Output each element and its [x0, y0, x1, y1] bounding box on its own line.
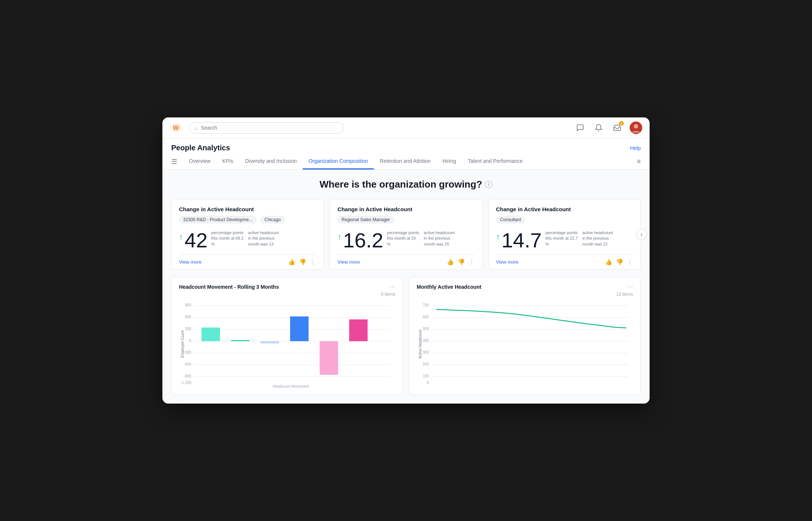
card-1-tag-1[interactable]: Chicago [261, 216, 285, 223]
nav-tabs: ☰ Overview KPIs Diversity and Inclusion … [162, 154, 650, 170]
card-3-footer-icons: 👍 👎 ⋮ [605, 258, 633, 265]
card-1-desc1: percentage points this month at 69.2 % [211, 230, 244, 247]
tab-diversity[interactable]: Diversity and Inclusion [239, 154, 303, 169]
card-1-arrow: ↑ [179, 233, 183, 241]
inbox-button[interactable]: 1 [611, 122, 623, 134]
svg-text:700: 700 [423, 303, 429, 307]
search-input[interactable] [201, 125, 338, 131]
card-3-desc1: percentage points this month at 22.7 % [546, 230, 579, 247]
card-2-view-more[interactable]: View more [337, 259, 360, 265]
search-icon: ⌕ [195, 125, 198, 131]
tab-hiring[interactable]: Hiring [437, 154, 462, 169]
card-3-tag-0[interactable]: Consultant [496, 216, 525, 223]
card-3-desc2: active headcount in the previous month w… [582, 230, 616, 247]
tab-retention[interactable]: Retention and Attrition [374, 154, 437, 169]
page-header: People Analytics Help [162, 138, 650, 152]
bar-4 [290, 316, 309, 341]
card-3-arrow: ↑ [496, 233, 500, 241]
inbox-badge: 1 [619, 121, 624, 126]
nav-list-icon[interactable]: ≡ [637, 158, 641, 165]
charts-row: Headcount Movement - Rolling 3 Months ⋯ … [171, 277, 641, 395]
card-3-title: Change in Active Headcount [496, 206, 633, 212]
tab-kpis[interactable]: KPIs [216, 154, 239, 169]
svg-text:600: 600 [185, 315, 191, 319]
card-1-more-icon[interactable]: ⋮ [310, 258, 316, 265]
card-2: Change in Active Headcount Regional Sale… [330, 199, 482, 270]
bar-1 [202, 328, 220, 341]
chart1-menu-icon[interactable]: ⋯ [389, 283, 395, 290]
page-title: People Analytics [171, 144, 230, 152]
card-2-like-icon[interactable]: 👍 [447, 258, 454, 265]
chart2-menu-icon[interactable]: ⋯ [627, 283, 633, 290]
search-bar[interactable]: ⌕ [189, 122, 344, 134]
card-1-tag-0[interactable]: 32300 R&D - Product Developme... [179, 216, 257, 223]
topbar-right: 1 [574, 121, 642, 134]
svg-text:-300: -300 [184, 350, 191, 354]
svg-text:Active Headcount: Active Headcount [418, 330, 422, 359]
card-1-view-more[interactable]: View more [179, 259, 202, 265]
card-1-dislike-icon[interactable]: 👎 [299, 258, 306, 265]
card-3-tags: Consultant [496, 216, 633, 227]
card-2-more-icon[interactable]: ⋮ [469, 258, 475, 265]
svg-text:-900: -900 [184, 374, 191, 378]
svg-text:500: 500 [423, 327, 429, 331]
tab-overview[interactable]: Overview [183, 154, 216, 169]
card-2-body: ↑ 16.2 percentage points this month at 2… [337, 227, 474, 254]
card-3-more-icon[interactable]: ⋮ [627, 258, 633, 265]
card-2-tags: Regional Sales Manager [337, 216, 474, 227]
svg-text:-600: -600 [184, 362, 191, 366]
svg-text:200: 200 [423, 362, 429, 366]
cards-row: Change in Active Headcount 32300 R&D - P… [171, 199, 641, 270]
svg-text:300: 300 [423, 350, 429, 354]
card-2-title: Change in Active Headcount [337, 206, 474, 212]
chart2-items: 12 items [417, 292, 633, 297]
svg-text:300: 300 [185, 327, 191, 331]
chart1-area: 900 600 300 0 -300 -600 -900 -1,200 [179, 300, 395, 388]
info-icon[interactable]: i [485, 181, 492, 188]
card-2-dislike-icon[interactable]: 👎 [458, 258, 465, 265]
svg-text:400: 400 [423, 339, 429, 343]
tab-talent[interactable]: Talent and Performance [462, 154, 529, 169]
card-3-view-more[interactable]: View more [496, 259, 519, 265]
chart-monthly-headcount: Monthly Active Headcount ⋯ 12 items 700 … [409, 277, 641, 395]
carousel-next-button[interactable]: › [636, 229, 647, 240]
avatar[interactable] [630, 121, 642, 134]
topbar: W ⌕ 1 [162, 117, 650, 138]
card-2-arrow: ↑ [337, 233, 341, 241]
filter-icon[interactable]: ☰ [171, 158, 177, 166]
main-window: W ⌕ 1 [162, 117, 650, 404]
card-1-footer-icons: 👍 👎 ⋮ [288, 258, 316, 265]
svg-point-3 [634, 124, 638, 128]
card-1-like-icon[interactable]: 👍 [288, 258, 295, 265]
card-3: Change in Active Headcount Consultant ↑ … [488, 199, 641, 270]
card-2-desc2: active headcount in the previous month w… [424, 230, 457, 247]
chat-button[interactable] [574, 122, 586, 134]
card-3-like-icon[interactable]: 👍 [605, 258, 612, 265]
notification-button[interactable] [593, 122, 605, 134]
card-1: Change in Active Headcount 32300 R&D - P… [171, 199, 324, 270]
card-2-tag-0[interactable]: Regional Sales Manager [337, 216, 394, 223]
card-3-dislike-icon[interactable]: 👎 [616, 258, 623, 265]
chart1-items: 6 items [179, 292, 395, 297]
content-area: Where is the organization growing? i Cha… [162, 170, 650, 404]
card-3-footer: View more 👍 👎 ⋮ [496, 254, 633, 269]
card-1-tags: 32300 R&D - Product Developme... Chicago [179, 216, 316, 227]
svg-text:Employee Count: Employee Count [180, 330, 185, 358]
tab-org-composition[interactable]: Organization Composition [303, 154, 374, 169]
chart2-header: Monthly Active Headcount ⋯ [417, 283, 633, 290]
chart1-header: Headcount Movement - Rolling 3 Months ⋯ [179, 283, 395, 290]
card-2-footer: View more 👍 👎 ⋮ [337, 254, 474, 269]
card-1-number: ↑ 42 [179, 230, 207, 251]
card-1-body: ↑ 42 percentage points this month at 69.… [179, 227, 316, 254]
card-1-desc-col: percentage points this month at 69.2 % a… [211, 230, 281, 247]
svg-text:0: 0 [427, 381, 429, 385]
svg-text:-1,200: -1,200 [181, 381, 192, 385]
svg-text:600: 600 [423, 315, 429, 319]
help-link[interactable]: Help [630, 145, 641, 151]
svg-text:Headcount Movement: Headcount Movement [273, 384, 309, 388]
chart2-title: Monthly Active Headcount [417, 284, 481, 290]
card-3-body: ↑ 14.7 percentage points this month at 2… [496, 227, 633, 254]
svg-text:0: 0 [189, 339, 191, 343]
line-chart-line [436, 309, 626, 328]
card-3-desc-col: percentage points this month at 22.7 % a… [546, 230, 616, 247]
